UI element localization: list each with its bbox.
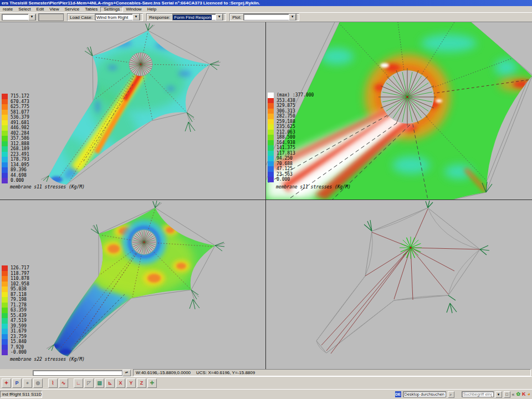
viewport-bottom-right[interactable] <box>266 200 532 369</box>
legend-row: 89.396 <box>2 167 29 173</box>
legend-value: 164.938 <box>277 140 295 146</box>
network-globe-icon[interactable]: ◕ <box>528 392 530 397</box>
legend-swatch <box>268 124 274 130</box>
chevron-down-icon[interactable]: ▼ <box>289 14 296 21</box>
legend-s22: 126.717 118.797 110.878 102.958 <box>2 265 29 355</box>
view-z-icon[interactable]: Z <box>137 378 146 388</box>
command-input[interactable] <box>33 370 122 376</box>
legend-row: 223.491 <box>2 152 29 157</box>
im-status-icon[interactable]: ✿ <box>516 392 521 397</box>
legend-row: 70.688 <box>268 161 314 167</box>
legend-swatch <box>268 161 274 167</box>
tray-collapse-icon[interactable]: « <box>512 392 515 397</box>
legend-row: 0.000 <box>2 178 29 183</box>
legend-value: 268.189 <box>11 146 29 152</box>
tray-icons: ✿ K ◕ <box>516 392 530 397</box>
legend-swatch <box>2 324 8 329</box>
plot-title: membrane s11 stresses (Kg/M) <box>10 185 85 190</box>
selection-combobox[interactable]: ▼ <box>2 14 36 21</box>
restore-icon[interactable]: □ <box>504 391 510 398</box>
taskbar-window-button[interactable]: ind fRight S11 S11D S2... <box>0 391 42 398</box>
legend-swatch <box>2 297 8 303</box>
legend-row: 79.198 <box>2 297 29 303</box>
chevron-down-icon[interactable]: ▼ <box>216 14 223 21</box>
view-box-icon[interactable]: ▧ <box>95 378 104 388</box>
legend-swatch <box>2 110 8 115</box>
view-toolbar: ✦ P ● ◍ ⌇ ∿ ∟ <box>0 376 532 389</box>
response-group: Response: Form Find Respon ▼ <box>146 13 226 21</box>
load-case-combobox[interactable]: Wind from Right ▼ <box>95 14 140 21</box>
legend-swatch <box>268 135 274 140</box>
legend-value: 329.875 <box>277 103 295 109</box>
menu-item[interactable]: Tables <box>82 7 100 12</box>
view-x-icon[interactable]: X <box>116 378 125 388</box>
legend-row: 55.439 <box>2 313 29 319</box>
command-expand-icon[interactable]: ⇄ <box>122 370 131 376</box>
title-bar[interactable]: ers Thesis\II Semester\Pier\Pier11d-Mem+… <box>0 0 532 6</box>
shaded-sphere-icon[interactable]: ● <box>23 378 32 388</box>
view-iso-icon[interactable]: ✛ <box>147 378 157 388</box>
legend-swatch <box>268 166 274 172</box>
menu-item[interactable]: Edit <box>33 7 47 12</box>
legend-swatch <box>2 104 8 110</box>
spline-icon[interactable]: ∿ <box>59 378 68 388</box>
view-plane-icon[interactable]: ◸ <box>84 378 94 388</box>
legend-value: 110.878 <box>11 276 29 282</box>
legend-row: 87.118 <box>2 292 29 298</box>
wire-sphere-icon[interactable]: ◍ <box>33 378 43 388</box>
keyword-search-input[interactable] <box>462 391 494 397</box>
legend-value: 402.284 <box>11 131 29 136</box>
legend-value: 47.125 <box>277 166 293 172</box>
menu-item[interactable]: Select <box>16 7 33 12</box>
chevron-down-icon[interactable]: ▼ <box>132 14 140 21</box>
menu-item[interactable]: Settings <box>100 7 123 12</box>
legend-swatch <box>2 334 8 340</box>
desktop-search-input[interactable] <box>403 391 446 397</box>
legend-value: 625.775 <box>11 104 29 110</box>
legend-swatch <box>2 303 8 308</box>
view-corner-icon[interactable]: ∟ <box>74 378 83 388</box>
legend-row: 23.759 <box>2 334 29 340</box>
legend-row: 259.188 <box>268 119 314 125</box>
legend-row: 94.250 <box>268 156 314 161</box>
legend-row: 625.775 <box>2 104 29 110</box>
viewport-bottom-left[interactable]: 126.717 118.797 110.878 102.958 <box>0 200 265 369</box>
search-icon[interactable]: ⌕ <box>448 391 454 398</box>
plot-combobox[interactable]: ▼ <box>243 14 296 21</box>
menu-item[interactable]: Service <box>62 7 82 12</box>
legend-value: 71.278 <box>11 303 27 308</box>
chevron-down-icon[interactable]: ▼ <box>28 14 35 21</box>
legend-swatch <box>268 93 274 98</box>
legend-row: 47.125 <box>268 166 314 172</box>
plot-title: membrane s11 stresses (Kg/M) <box>276 185 351 190</box>
search-dropdown-icon[interactable]: ▾ <box>495 391 502 398</box>
response-combobox[interactable]: Form Find Respon ▼ <box>172 14 223 21</box>
menu-item[interactable]: View <box>47 7 62 12</box>
legend-row: 357.586 <box>2 136 29 141</box>
polyline-icon[interactable]: ⌇ <box>48 378 58 388</box>
legend-swatch <box>268 103 274 109</box>
view-y-icon[interactable]: Y <box>126 378 136 388</box>
language-indicator[interactable]: DE <box>395 391 401 397</box>
menu-item[interactable]: reate <box>0 7 16 12</box>
legend-row: 71.278 <box>2 303 29 308</box>
kaspersky-icon[interactable]: K <box>522 392 526 397</box>
legend-swatch <box>2 178 8 183</box>
properties-icon[interactable]: P <box>12 378 22 388</box>
viewport-top-right[interactable]: (max) :377.000 353.438 329.875 3 <box>266 22 532 200</box>
view-axes-icon[interactable]: ⊾ <box>105 378 115 388</box>
viewport-top-left[interactable]: 715.172 670.473 625.775 581.077 <box>0 22 265 200</box>
legend-row: 670.473 <box>2 99 29 105</box>
entity-colors-icon[interactable]: ✦ <box>2 378 11 388</box>
legend-value: 0.000 <box>11 178 24 183</box>
legend-value: 259.188 <box>277 119 295 125</box>
menu-item[interactable]: Window <box>123 7 144 12</box>
status-bar: ⇄ W:40.6196,-15.8809,0.0000 UCS: X=40.61… <box>0 369 532 376</box>
legend-value: 39.599 <box>11 324 27 329</box>
legend-row: 188.500 <box>268 135 314 140</box>
load-case-group: Load Case: Wind from Right ▼ <box>67 13 143 21</box>
menu-item[interactable]: Help <box>145 7 159 12</box>
legend-row: 164.938 <box>268 140 314 146</box>
legend-row: 536.379 <box>2 115 29 120</box>
legend-row: 329.875 <box>268 103 314 109</box>
